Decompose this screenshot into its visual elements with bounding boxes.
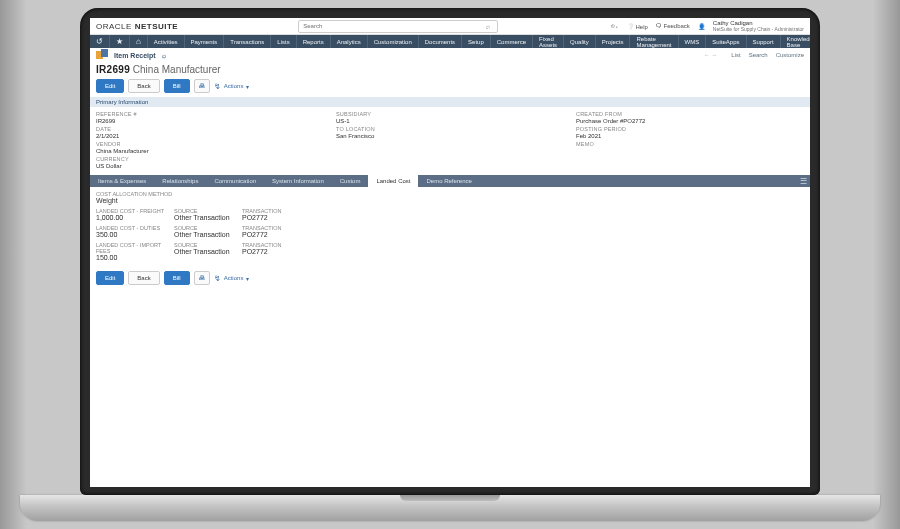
- tab-landed-cost[interactable]: Landed Cost: [368, 175, 418, 187]
- prev-next-arrows[interactable]: ← →: [704, 52, 718, 58]
- page-title: Item Receipt: [114, 52, 156, 59]
- nav-item[interactable]: SuiteApps: [706, 35, 746, 48]
- tab-menu-icon[interactable]: ☰: [796, 177, 810, 186]
- nav-label: Activities: [154, 39, 178, 45]
- actions-label: Actions: [224, 83, 244, 89]
- lc-source[interactable]: Other Transaction: [174, 214, 234, 221]
- print-icon-bottom[interactable]: 🖶: [194, 271, 210, 285]
- actions-menu[interactable]: ↯ Actions▾: [214, 82, 250, 91]
- lc-amount: 150.00: [96, 254, 166, 261]
- nav-label: Customization: [374, 39, 412, 45]
- print-icon[interactable]: 🖶: [194, 79, 210, 93]
- nav-item[interactable]: Fixed Assets: [533, 35, 564, 48]
- back-button-bottom[interactable]: Back: [128, 271, 159, 285]
- nav-label: Documents: [425, 39, 455, 45]
- record-title: IR2699 China Manufacturer: [90, 62, 810, 79]
- nav-item[interactable]: Quality: [564, 35, 596, 48]
- nav-label: Transactions: [230, 39, 264, 45]
- tab-label: Relationships: [162, 178, 198, 184]
- nav-label: Analytics: [337, 39, 361, 45]
- back-button[interactable]: Back: [128, 79, 159, 93]
- tab-communication[interactable]: Communication: [206, 175, 264, 187]
- section-primary-info: Primary Information: [90, 97, 810, 107]
- user-block[interactable]: Cathy Cadigan NetSuite for Supply Chain …: [713, 20, 804, 32]
- field-value-link[interactable]: Purchase Order #PO2772: [576, 117, 804, 126]
- search-icon[interactable]: ⌕: [486, 23, 490, 30]
- title-search-icon[interactable]: ⌕: [162, 52, 166, 59]
- field-date: DATE2/1/2021: [96, 126, 324, 141]
- bill-button-bottom[interactable]: Bill: [164, 271, 190, 285]
- tab-label: System Information: [272, 178, 324, 184]
- svg-rect-1: [101, 49, 108, 57]
- actions-icon: ↯: [214, 82, 221, 91]
- field-memo: MEMO: [576, 141, 804, 147]
- help-label: Help: [635, 24, 647, 30]
- nav-item[interactable]: Customization: [368, 35, 419, 48]
- feedback-link[interactable]: 🗨 Feedback: [656, 23, 690, 29]
- breadcrumb: Item Receipt ⌕ ← → List Search Customize: [90, 48, 810, 62]
- lc-txn: PO2772: [242, 231, 312, 238]
- tab-label: Communication: [214, 178, 256, 184]
- field-to-location: TO LOCATIONSan Francisco: [336, 126, 564, 141]
- toplink-customize[interactable]: Customize: [776, 52, 804, 58]
- toplink-search[interactable]: Search: [749, 52, 768, 58]
- edit-button-bottom[interactable]: Edit: [96, 271, 124, 285]
- nav-item[interactable]: Projects: [596, 35, 631, 48]
- nav-label: Support: [753, 39, 774, 45]
- lc-row-duties: LANDED COST - DUTIES350.00 SOURCEOther T…: [96, 225, 804, 238]
- alloc-method-value: Weight: [96, 197, 804, 204]
- lc-row-import-fees: LANDED COST - IMPORT FEES150.00 SOURCEOt…: [96, 242, 804, 261]
- nav-star-icon[interactable]: ★: [110, 35, 130, 48]
- nav-item[interactable]: WMS: [679, 35, 707, 48]
- nav-label: Payments: [191, 39, 218, 45]
- nav-item[interactable]: Payments: [185, 35, 225, 48]
- field-value: 2/1/2021: [96, 132, 324, 141]
- toplink-list[interactable]: List: [731, 52, 740, 58]
- tab-label: Demo Reference: [426, 178, 471, 184]
- nav-item[interactable]: Rebate Management: [630, 35, 678, 48]
- user-role: NetSuite for Supply Chain - Administrato…: [713, 26, 804, 32]
- tab-system-information[interactable]: System Information: [264, 175, 332, 187]
- nav-item[interactable]: Setup: [462, 35, 491, 48]
- nav-recent-icon[interactable]: ↺: [90, 35, 110, 48]
- actions-menu-bottom[interactable]: ↯ Actions▾: [214, 274, 250, 283]
- tab-demo-reference[interactable]: Demo Reference: [418, 175, 479, 187]
- top-bar: ORACLE NETSUITE ⌕ ⎋▾ ❔ Help 🗨 Feedback 👤…: [90, 18, 810, 35]
- field-vendor: VENDORChina Manufacturer: [96, 141, 324, 156]
- search-input[interactable]: [298, 20, 498, 33]
- feedback-label: Feedback: [663, 23, 689, 29]
- nav-label: Projects: [602, 39, 624, 45]
- nav-home-icon[interactable]: ⌂: [130, 35, 148, 48]
- lc-amount: 1,000.00: [96, 214, 166, 221]
- nav-item[interactable]: Reports: [297, 35, 331, 48]
- nav-item[interactable]: Support: [747, 35, 781, 48]
- shortcuts-icon[interactable]: ⎋▾: [611, 23, 619, 29]
- user-area: ⎋▾ ❔ Help 🗨 Feedback 👤 Cathy Cadigan Net…: [611, 20, 804, 32]
- brand-netsuite: NETSUITE: [135, 22, 179, 31]
- edit-button[interactable]: Edit: [96, 79, 124, 93]
- lc-source[interactable]: Other Transaction: [174, 231, 234, 238]
- tab-items-expenses[interactable]: Items & Expenses: [90, 175, 154, 187]
- help-link[interactable]: ❔ Help: [627, 23, 648, 30]
- actions-icon: ↯: [214, 274, 221, 283]
- bill-button[interactable]: Bill: [164, 79, 190, 93]
- field-value: San Francisco: [336, 132, 564, 141]
- main-nav: ↺ ★ ⌂ Activities Payments Transactions L…: [90, 35, 810, 48]
- tab-relationships[interactable]: Relationships: [154, 175, 206, 187]
- user-avatar-icon[interactable]: 👤: [698, 23, 705, 30]
- nav-item[interactable]: Lists: [271, 35, 296, 48]
- lc-source[interactable]: Other Transaction: [174, 248, 234, 255]
- nav-item[interactable]: Transactions: [224, 35, 271, 48]
- field-currency: CURRENCYUS Dollar: [96, 156, 324, 171]
- nav-item[interactable]: Analytics: [331, 35, 368, 48]
- landed-cost-panel: COST ALLOCATION METHOD Weight LANDED COS…: [90, 187, 810, 265]
- field-value: US-1: [336, 117, 564, 126]
- nav-item[interactable]: Commerce: [491, 35, 533, 48]
- nav-item[interactable]: Activities: [148, 35, 185, 48]
- nav-item[interactable]: Knowledge Base: [781, 35, 810, 48]
- nav-label: Fixed Assets: [539, 36, 557, 48]
- tab-custom[interactable]: Custom: [332, 175, 369, 187]
- field-value: Feb 2021: [576, 132, 804, 141]
- field-created-from: CREATED FROMPurchase Order #PO2772: [576, 111, 804, 126]
- nav-item[interactable]: Documents: [419, 35, 462, 48]
